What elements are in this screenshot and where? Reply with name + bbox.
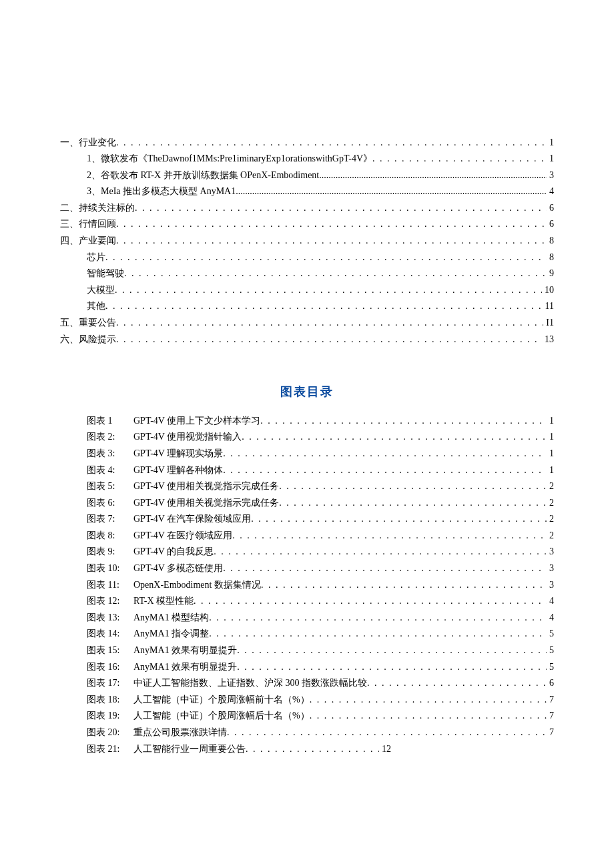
figure-number: 图表 4: [87,462,133,478]
figure-title: RT-X 模型性能 [133,593,194,608]
figure-title: GPT-4V 使用相关视觉指示完成任务 [133,495,279,510]
figure-title: OpenX-Embodiment 数据集情况 [133,577,261,592]
toc-label: 芯片 [87,250,105,265]
figure-entry: 图表 5:GPT-4V 使用相关视觉指示完成任务2 [87,478,554,494]
figure-leader [223,446,547,461]
figure-page: 5 [547,642,554,658]
figure-entry: 图表 8:GPT-4V 在医疗领域应用2 [87,528,554,543]
figure-title: AnyMA1 效果有明显提升 [133,642,237,658]
toc-entry: 一、行业变化1 [60,135,554,150]
figure-page: 7 [547,725,554,740]
figure-number: 图表 6: [87,495,133,510]
figure-title: AnyMA1 指令调整 [133,626,209,641]
toc-leader [372,151,547,166]
figure-page: 2 [547,478,554,494]
figure-leader [209,626,547,641]
figure-title: GPT-4V 使用相关视觉指示完成任务 [133,478,279,494]
figure-leader [223,560,547,576]
figure-page: 7 [547,692,554,707]
figure-page: 1 [547,429,554,444]
figure-page: 1 [547,413,554,428]
figure-leader [209,610,547,625]
toc-entry: 1、微软发布《TheDawnof1MMs:Pre1iminaryExp1orat… [60,151,554,166]
figure-title: AnyMA1 模型结构 [133,610,209,625]
toc-leader [116,135,547,150]
figure-entry: 图表 12:RT-X 模型性能4 [87,593,554,608]
figure-entry: 图表 17:中证人工智能指数、上证指数、沪深 300 指数涨跌幅比较6 [87,675,554,691]
figure-leader [246,741,379,757]
toc-entry: 大模型10 [60,282,554,298]
toc-leader [116,315,543,330]
figure-number: 图表 15: [87,642,133,658]
figure-leader [279,495,547,510]
figure-title: 人工智能（中证）个股周涨幅前十名（%） [133,692,310,707]
toc-page: I1 [543,315,554,330]
toc-leader [116,233,547,248]
figure-page: 2 [547,511,554,526]
table-of-contents: 一、行业变化11、微软发布《TheDawnof1MMs:Pre1iminaryE… [60,135,554,347]
figure-title: GPT-4V 多模态链使用 [133,560,223,576]
figure-number: 图表 13: [87,610,133,625]
figure-leader [194,593,547,608]
toc-page: 13 [542,332,554,347]
figure-number: 图表 2: [87,429,133,444]
figure-title: GPT-4V 理解现实场景 [133,446,223,461]
figure-leader [261,577,547,592]
toc-entry: 其他11 [60,298,554,314]
toc-label: 3、MeIa 推出多模态大模型 AnyMA1 [87,183,236,199]
figure-number: 图表 12: [87,593,133,608]
figure-number: 图表 8: [87,528,133,543]
figure-leader [223,462,547,478]
figure-number: 图表 9: [87,544,133,559]
figure-leader [227,725,547,740]
toc-entry: 五、重要公告I1 [60,315,554,330]
figure-title: 人工智能（中证）个股周涨幅后十名（%） [133,708,310,723]
figure-entry: 图表 2:GPT-4V 使用视觉指针输入1 [87,429,554,444]
figure-title: GPT-4V 使用上下文少样本学习 [133,413,260,428]
figure-number: 图表 18: [87,692,133,707]
toc-page: 4 [547,183,554,199]
toc-label: 1、微软发布《TheDawnof1MMs:Pre1iminaryExp1orat… [87,151,372,166]
figure-page: 3 [547,560,554,576]
toc-entry: 三、行情回顾6 [60,216,554,232]
figure-number: 图表 10: [87,560,133,576]
figure-leader [242,429,547,444]
figure-leader [310,692,547,707]
figure-leader [260,413,547,428]
toc-leader [124,266,547,281]
figure-entry: 图表 16:AnyMA1 效果有明显提升5 [87,659,554,675]
toc-page: 1 [547,135,554,150]
figure-number: 图表 14: [87,626,133,641]
toc-label: 大模型 [87,282,115,298]
figure-number: 图表 19: [87,708,133,723]
toc-label: 其他 [87,298,105,314]
figure-title: GPT-4V 理解各种物体 [133,462,223,478]
toc-label: 六、风险提示 [60,332,116,347]
figure-entry: 图表 14:AnyMA1 指令调整5 [87,626,554,641]
figure-number: 图表 1 [87,413,133,428]
toc-label: 一、行业变化 [60,135,116,150]
toc-label: 智能驾驶 [87,266,124,281]
figure-leader [279,478,547,494]
toc-leader [135,200,547,215]
toc-entry: 二、持续关注标的6 [60,200,554,215]
figure-entry: 图表 7:GPT-4V 在汽车保险领域应用2 [87,511,554,526]
toc-entry: 智能驾驶9 [60,266,554,281]
toc-entry: 芯片8 [60,250,554,265]
figure-page: 4 [547,610,554,625]
figure-number: 图表 3: [87,446,133,461]
figure-title: GPT-4V 使用视觉指针输入 [133,429,242,444]
toc-page: 10 [542,282,554,298]
figure-page: 12 [379,741,391,757]
toc-entry: 六、风险提示13 [60,332,554,347]
figure-page: 5 [547,659,554,675]
figure-leader [237,659,547,675]
toc-page: 6 [547,200,554,215]
figure-number: 图表 11: [87,577,133,592]
toc-leader [115,282,542,298]
toc-page: 8 [547,233,554,248]
figure-entry: 图表 3:GPT-4V 理解现实场景1 [87,446,554,461]
toc-entry: 四、产业要闻8 [60,233,554,248]
toc-page: 6 [547,216,554,232]
toc-leader [105,298,543,314]
